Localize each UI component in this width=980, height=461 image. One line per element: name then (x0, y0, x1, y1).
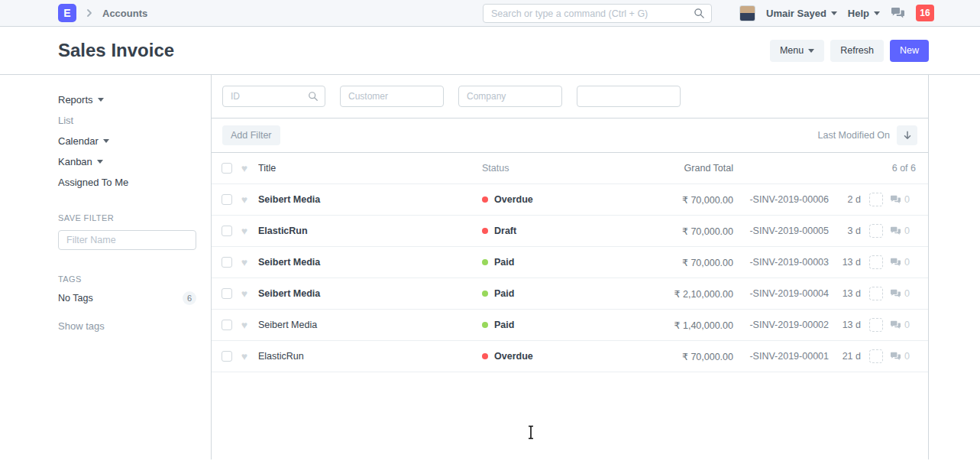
filter-tools-section: Add Filter Last Modified On (212, 118, 928, 153)
row-title[interactable]: Seibert Media (258, 320, 482, 330)
list-row[interactable]: ♥ Seibert Media Paid ₹ 70,000.00 -SINV-2… (212, 247, 928, 278)
list-row[interactable]: ♥ Seibert Media Paid ₹ 2,10,000.00 -SINV… (212, 278, 928, 310)
row-invoice-id[interactable]: -SINV-2019-00002 (733, 320, 829, 330)
row-status: Overdue (482, 194, 585, 205)
sort-direction-button[interactable] (897, 125, 917, 145)
assign-placeholder[interactable] (869, 287, 883, 300)
row-title[interactable]: ElasticRun (258, 226, 482, 236)
heart-icon[interactable]: ♥ (238, 226, 251, 236)
search-icon (308, 91, 319, 104)
row-status: Draft (482, 226, 585, 236)
heart-icon[interactable]: ♥ (238, 320, 251, 330)
row-comments[interactable]: 0 (890, 194, 910, 205)
status-label: Paid (494, 320, 514, 330)
sidebar-item-reports[interactable]: Reports (58, 92, 199, 108)
sort-by-label[interactable]: Last Modified On (818, 130, 891, 141)
customer-filter-input[interactable] (340, 86, 444, 107)
sidebar-item-label: Calendar (58, 135, 99, 147)
row-comments[interactable]: 0 (890, 226, 910, 236)
sidebar-item-calendar[interactable]: Calendar (58, 133, 199, 149)
global-search-input[interactable] (483, 4, 712, 23)
navbar: E Accounts Umair Sayed Help 16 (0, 0, 980, 27)
status-dot-icon (482, 353, 488, 359)
row-comments[interactable]: 0 (890, 288, 910, 299)
row-invoice-id[interactable]: -SINV-2019-00003 (733, 257, 829, 268)
help-menu[interactable]: Help (848, 8, 880, 19)
row-comments[interactable]: 0 (890, 351, 910, 362)
status-label: Paid (494, 288, 514, 299)
row-grand-total: ₹ 70,000.00 (585, 194, 733, 206)
user-avatar[interactable] (739, 5, 755, 21)
row-invoice-id[interactable]: -SINV-2019-00006 (733, 194, 829, 205)
heart-icon[interactable]: ♥ (238, 194, 251, 205)
assign-placeholder[interactable] (869, 255, 883, 269)
row-status: Paid (482, 320, 585, 330)
heart-icon[interactable]: ♥ (238, 288, 251, 299)
select-all-checkbox[interactable] (222, 163, 232, 174)
chat-icon[interactable] (891, 7, 905, 20)
comment-count: 0 (904, 351, 910, 362)
app-logo-letter: E (63, 7, 70, 19)
list-row[interactable]: ♥ Seibert Media Paid ₹ 1,40,000.00 -SINV… (212, 310, 928, 341)
new-button[interactable]: New (890, 40, 929, 62)
heart-icon[interactable]: ♥ (238, 163, 251, 174)
save-filter-label: SAVE FILTER (58, 213, 199, 222)
row-comments[interactable]: 0 (890, 320, 910, 330)
row-checkbox[interactable] (222, 351, 232, 362)
status-label: Overdue (494, 351, 533, 362)
row-grand-total: ₹ 1,40,000.00 (585, 320, 733, 331)
search-icon (694, 8, 705, 21)
row-checkbox[interactable] (222, 288, 232, 299)
caret-down-icon (97, 160, 103, 164)
breadcrumb[interactable]: Accounts (102, 8, 147, 19)
row-title[interactable]: Seibert Media (258, 257, 482, 268)
row-invoice-id[interactable]: -SINV-2019-00005 (733, 226, 829, 236)
row-checkbox[interactable] (222, 226, 232, 236)
status-dot-icon (482, 259, 488, 265)
row-title[interactable]: Seibert Media (258, 194, 482, 205)
filter-name-input[interactable] (58, 230, 196, 250)
company-filter-input[interactable] (458, 86, 562, 107)
heart-icon[interactable]: ♥ (238, 351, 251, 362)
assign-placeholder[interactable] (869, 224, 883, 238)
row-checkbox[interactable] (222, 257, 232, 268)
refresh-button-label: Refresh (840, 45, 874, 56)
row-checkbox[interactable] (222, 194, 232, 205)
user-menu[interactable]: Umair Sayed (766, 8, 837, 19)
assign-placeholder[interactable] (869, 193, 883, 206)
comment-count: 0 (904, 226, 910, 236)
assign-placeholder[interactable] (869, 349, 883, 363)
row-title[interactable]: Seibert Media (258, 288, 482, 299)
row-checkbox[interactable] (222, 320, 232, 330)
sidebar-item-no-tags[interactable]: No Tags 6 (58, 291, 196, 305)
status-label: Overdue (494, 194, 533, 205)
list-row[interactable]: ♥ Seibert Media Overdue ₹ 70,000.00 -SIN… (212, 184, 928, 216)
comment-icon (890, 320, 901, 330)
chevron-down-icon (874, 11, 880, 15)
refresh-button[interactable]: Refresh (830, 40, 884, 62)
comment-icon (890, 352, 901, 362)
row-invoice-id[interactable]: -SINV-2019-00004 (733, 288, 829, 299)
assign-placeholder[interactable] (869, 318, 883, 332)
status-dot-icon (482, 322, 488, 328)
row-comments[interactable]: 0 (890, 257, 910, 268)
comment-icon (890, 195, 901, 205)
caret-down-icon (98, 98, 104, 102)
app-logo[interactable]: E (58, 4, 76, 22)
comment-count: 0 (904, 288, 910, 299)
heart-icon[interactable]: ♥ (238, 257, 251, 268)
list-row[interactable]: ♥ ElasticRun Draft ₹ 70,000.00 -SINV-201… (212, 216, 928, 247)
result-count[interactable]: 6 of 6 (733, 163, 928, 174)
sidebar-item-assigned-to-me[interactable]: Assigned To Me (58, 174, 199, 190)
row-title[interactable]: ElasticRun (258, 351, 482, 362)
add-filter-button[interactable]: Add Filter (222, 125, 280, 145)
notification-badge[interactable]: 16 (916, 5, 934, 21)
arrow-down-icon (902, 130, 913, 141)
sidebar-item-list[interactable]: List (58, 112, 199, 128)
show-tags-link[interactable]: Show tags (58, 320, 199, 332)
row-invoice-id[interactable]: -SINV-2019-00001 (733, 351, 829, 362)
menu-button[interactable]: Menu (770, 40, 824, 62)
sidebar-item-kanban[interactable]: Kanban (58, 154, 199, 170)
list-row[interactable]: ♥ ElasticRun Overdue ₹ 70,000.00 -SINV-2… (212, 341, 928, 372)
extra-filter-input[interactable] (577, 86, 681, 107)
